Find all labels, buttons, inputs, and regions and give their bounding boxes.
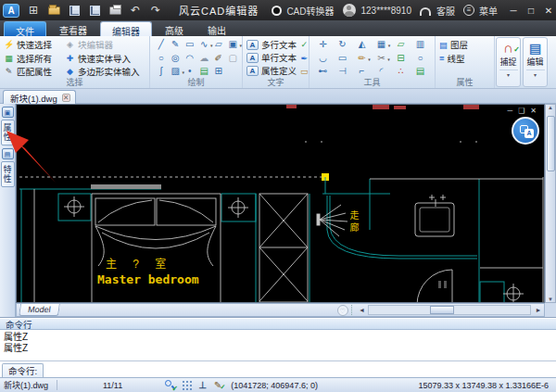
copy-icon[interactable]: ▱ [398, 40, 405, 49]
tab-close-icon[interactable]: ✕ [62, 94, 70, 102]
attdef-button[interactable]: A属性定义 [246, 64, 297, 77]
mtext-button[interactable]: A多行文本 [246, 38, 297, 51]
point-icon[interactable]: • [188, 67, 192, 76]
dropdown-icon[interactable]: ▾ [526, 70, 545, 78]
polyline-icon[interactable]: ✎ [171, 40, 179, 49]
region-icon[interactable]: ▢ [229, 54, 237, 63]
paste-icon[interactable]: ▥ [416, 40, 424, 49]
vertical-scrollbar[interactable]: ▲ ▼ [545, 104, 556, 303]
pen-icon[interactable]: ✐ [215, 54, 222, 63]
array-icon[interactable]: ▦▾ [377, 40, 385, 49]
scale-icon[interactable]: ○ [417, 54, 423, 63]
spline-icon[interactable]: ∿▾ [200, 40, 208, 49]
grid-toggle-icon[interactable] [183, 381, 191, 389]
close-button[interactable]: ✕ [541, 3, 556, 18]
undo-icon[interactable]: ↶ [125, 3, 145, 18]
edit-button[interactable]: ▤ 编辑 ▾ [523, 37, 548, 87]
stretch-icon[interactable]: ▭ [338, 54, 347, 63]
properties-panel-icon[interactable]: ▣ [2, 107, 14, 118]
new-window-icon[interactable]: ⊞ [23, 3, 44, 18]
table-icon[interactable]: ⊞ [215, 67, 222, 76]
tab-file[interactable]: 文件 [4, 21, 46, 36]
menu-button[interactable]: 菜单 [479, 4, 498, 18]
scroll-left-icon[interactable]: ◄ [357, 307, 368, 313]
document-tab[interactable]: 新块(1).dwg ✕ [3, 90, 76, 104]
sidebar-tab-properties[interactable]: 属性 [1, 120, 15, 145]
break-icon[interactable]: ⊣ [338, 67, 347, 76]
revcloud-icon[interactable]: ☁ [199, 54, 208, 63]
quick-select-button[interactable]: ⚡快速选择 [4, 38, 63, 52]
fillet-icon[interactable]: ⌐ [360, 67, 365, 76]
rectangle-icon[interactable]: ▭ [185, 40, 194, 49]
block-editor-button[interactable]: ◈块编辑器 [65, 38, 146, 52]
mdi-restore-icon[interactable]: ❑ [518, 107, 524, 115]
chamfer-icon[interactable]: ◜ [380, 67, 384, 76]
floating-convert-button[interactable]: A [512, 117, 539, 145]
open-folder-icon[interactable] [44, 3, 64, 18]
save-icon[interactable] [64, 3, 84, 18]
maximize-button[interactable]: □ [524, 3, 538, 18]
dropdown-icon[interactable]: ▾ [499, 70, 518, 78]
ellipse-icon[interactable]: ◎ [171, 54, 180, 63]
tab-advanced[interactable]: 高级 [154, 21, 195, 36]
hatch-icon[interactable]: ▨▾ [171, 67, 180, 76]
redo-icon[interactable]: ↷ [145, 3, 166, 18]
rotate-icon[interactable]: ↻ [338, 40, 346, 49]
door-swing [417, 270, 452, 303]
mdi-close-icon[interactable]: ✕ [530, 107, 537, 115]
sidebar-tab-features[interactable]: 特性 [1, 161, 15, 187]
pan-icon[interactable]: ♡ [337, 305, 348, 316]
database-icon[interactable]: ▤ [416, 67, 424, 76]
horizontal-scrollbar[interactable] [368, 305, 531, 315]
model-tab[interactable]: Model [19, 304, 59, 316]
vertical-scroll-thumb[interactable] [547, 116, 555, 171]
text-button[interactable]: A单行文本 [246, 51, 297, 64]
tab-output[interactable]: 输出 [196, 21, 237, 36]
scroll-down-icon[interactable]: ▼ [548, 297, 553, 302]
spellcheck-icon[interactable]: ✓ [301, 40, 309, 49]
horizontal-scroll-thumb[interactable] [430, 306, 454, 314]
minimize-button[interactable]: ─ [506, 3, 521, 18]
trim-icon[interactable]: ✂▾ [377, 54, 385, 63]
ortho-toggle-icon[interactable]: ⊥ [198, 380, 207, 390]
arc-icon[interactable]: ◠ [185, 54, 194, 63]
select-all-button[interactable]: ▦选择所有 [4, 52, 63, 66]
edit-text-icon[interactable]: ▭ [300, 67, 309, 76]
explode-icon[interactable]: ∴ [398, 67, 403, 76]
line-icon[interactable]: ╱ [158, 40, 164, 49]
lengthen-icon[interactable]: ⊷ [319, 67, 328, 76]
save-as-icon[interactable] [84, 3, 105, 18]
account-name[interactable]: 123****8910 [361, 6, 412, 16]
features-panel-icon[interactable]: ▤ [2, 148, 14, 159]
linetype-button[interactable]: ≡线型 [439, 52, 491, 66]
scroll-right-icon[interactable]: ► [533, 307, 544, 313]
scroll-up-icon[interactable]: ▲ [548, 105, 553, 110]
tab-viewer[interactable]: 查看器 [48, 21, 98, 36]
move-icon[interactable]: ✛ [319, 40, 326, 49]
snap-button[interactable]: ∩✓ 捕捉 ▾ [496, 37, 521, 87]
draft-toggle-icon[interactable]: ✎✓ [214, 380, 221, 390]
curve-icon[interactable]: ʃ [160, 67, 162, 76]
image-icon[interactable]: ▤ [200, 67, 208, 76]
circle-icon[interactable]: ○ [158, 54, 164, 63]
command-input[interactable] [44, 361, 556, 378]
quick-entity-import-button[interactable]: ✚快速实体导入 [65, 52, 146, 66]
support-button[interactable]: 客服 [436, 4, 455, 18]
user-avatar[interactable] [343, 4, 356, 17]
cad-converter-button[interactable]: CAD转换器 [286, 4, 334, 18]
arc-edit-icon[interactable]: ◡ [319, 54, 327, 63]
ink-icon[interactable]: ✒ [301, 54, 309, 63]
zoom-toggle-icon[interactable]: ✓ [165, 380, 175, 390]
block-icon[interactable]: ▱ [215, 40, 222, 49]
layers-button[interactable]: ▤图层 [439, 38, 491, 52]
block-editor-icon: ◈ [65, 40, 75, 49]
headset-icon [420, 7, 431, 16]
tab-editor[interactable]: 编辑器 [100, 21, 152, 36]
insert-icon[interactable]: ▣▾ [229, 40, 237, 49]
group-icon[interactable]: ⊟ [397, 54, 404, 63]
drawing-canvas[interactable]: ─ ❑ ✕ A [16, 104, 545, 303]
mirror-icon[interactable]: ◭ [359, 40, 366, 49]
print-icon[interactable] [105, 3, 125, 18]
mdi-minimize-icon[interactable]: ─ [507, 107, 512, 115]
brush-icon[interactable]: ✏▾ [358, 54, 365, 63]
